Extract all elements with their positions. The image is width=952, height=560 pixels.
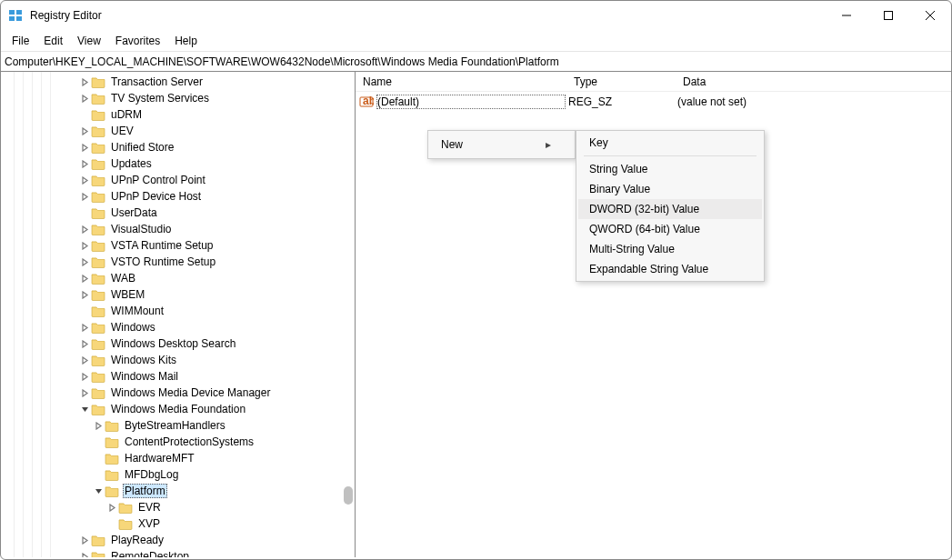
svg-rect-1 xyxy=(16,10,22,15)
tree-item[interactable]: ContentProtectionSystems xyxy=(5,434,355,450)
menu-view[interactable]: View xyxy=(70,33,108,49)
tree-item[interactable]: Windows xyxy=(5,319,355,335)
tree-item[interactable]: uDRM xyxy=(5,106,355,123)
menu-help[interactable]: Help xyxy=(167,33,205,49)
tree-item-label: Windows Kits xyxy=(109,354,178,366)
submenu-item[interactable]: Key xyxy=(578,133,762,153)
folder-icon xyxy=(91,141,105,154)
tree-item[interactable]: VSTA Runtime Setup xyxy=(5,237,355,254)
svg-rect-5 xyxy=(885,12,893,20)
maximize-button[interactable] xyxy=(867,1,909,30)
chevron-right-icon[interactable] xyxy=(78,321,91,334)
menu-favorites[interactable]: Favorites xyxy=(108,33,167,49)
chevron-right-icon[interactable] xyxy=(78,534,91,546)
values-pane[interactable]: Name Type Data ab (Default) REG_SZ (valu… xyxy=(356,72,951,557)
tree-item[interactable]: Updates xyxy=(5,155,355,172)
submenu-item[interactable]: Binary Value xyxy=(578,179,762,199)
minimize-button[interactable] xyxy=(826,1,867,30)
tree-item-label: Updates xyxy=(109,157,154,170)
tree-item[interactable]: Windows Kits xyxy=(5,352,355,368)
tree-item[interactable]: MFDbgLog xyxy=(5,466,355,483)
context-menu-new[interactable]: New ▸ xyxy=(430,133,573,156)
tree-item-label: uDRM xyxy=(109,108,144,121)
chevron-right-icon[interactable] xyxy=(78,370,91,383)
chevron-right-icon[interactable] xyxy=(78,92,91,105)
tree-item[interactable]: UPnP Device Host xyxy=(5,188,355,205)
tree-item[interactable]: WIMMount xyxy=(5,303,355,319)
menu-edit[interactable]: Edit xyxy=(36,33,70,49)
tree-item[interactable]: UserData xyxy=(5,205,355,221)
folder-icon xyxy=(91,272,105,285)
tree-item[interactable]: VSTO Runtime Setup xyxy=(5,254,355,270)
submenu-item-label: String Value xyxy=(589,163,647,175)
chevron-right-icon[interactable] xyxy=(78,223,91,235)
tree-item[interactable]: Unified Store xyxy=(5,139,355,155)
tree-item-label: WAB xyxy=(109,272,137,285)
tree-item[interactable]: EVR xyxy=(5,499,355,515)
tree-item[interactable]: XVP xyxy=(5,515,355,532)
tree-item[interactable]: UEV xyxy=(5,123,355,139)
chevron-right-icon[interactable] xyxy=(78,272,91,285)
chevron-right-icon[interactable] xyxy=(78,255,91,268)
folder-icon xyxy=(105,485,119,497)
tree-pane[interactable]: Transaction ServerTV System ServicesuDRM… xyxy=(1,72,356,557)
chevron-right-icon[interactable] xyxy=(78,174,91,186)
address-bar[interactable]: Computer\HKEY_LOCAL_MACHINE\SOFTWARE\WOW… xyxy=(1,52,951,72)
submenu-item[interactable]: Expandable String Value xyxy=(578,259,762,279)
chevron-right-icon[interactable] xyxy=(78,75,91,88)
tree-item-label: Windows Media Device Manager xyxy=(109,386,272,399)
chevron-down-icon[interactable] xyxy=(78,403,91,415)
chevron-right-icon[interactable] xyxy=(78,239,91,252)
column-type[interactable]: Type xyxy=(566,75,676,88)
window-title: Registry Editor xyxy=(30,9,826,22)
tree-item[interactable]: Windows Desktop Search xyxy=(5,335,355,352)
chevron-right-icon[interactable] xyxy=(78,386,91,399)
value-row-default[interactable]: ab (Default) REG_SZ (value not set) xyxy=(356,92,951,112)
tree-item[interactable]: WBEM xyxy=(5,286,355,303)
chevron-right-icon[interactable] xyxy=(78,288,91,301)
tree-item[interactable]: Windows Mail xyxy=(5,368,355,385)
svg-rect-3 xyxy=(16,16,22,21)
submenu-item[interactable]: String Value xyxy=(578,159,762,179)
submenu-item[interactable]: DWORD (32-bit) Value xyxy=(578,199,762,219)
tree-item[interactable]: TV System Services xyxy=(5,90,355,106)
tree-item[interactable]: RemoteDesktop xyxy=(5,548,355,557)
chevron-right-icon[interactable] xyxy=(78,550,91,557)
chevron-right-icon[interactable] xyxy=(105,501,118,514)
folder-icon xyxy=(91,190,105,203)
chevron-right-icon[interactable] xyxy=(92,419,105,432)
context-submenu-new: KeyString ValueBinary ValueDWORD (32-bit… xyxy=(576,130,765,282)
chevron-right-icon[interactable] xyxy=(78,337,91,350)
tree-item[interactable]: UPnP Control Point xyxy=(5,172,355,188)
folder-icon xyxy=(105,435,119,448)
tree-item-label: HardwareMFT xyxy=(123,452,196,465)
column-name[interactable]: Name xyxy=(356,75,566,88)
menu-file[interactable]: File xyxy=(5,33,36,49)
chevron-right-icon[interactable] xyxy=(78,354,91,366)
chevron-right-icon[interactable] xyxy=(78,190,91,203)
column-data[interactable]: Data xyxy=(676,75,951,88)
tree-item[interactable]: ByteStreamHandlers xyxy=(5,417,355,434)
tree-scrollbar-thumb[interactable] xyxy=(344,486,353,505)
tree-item[interactable]: Transaction Server xyxy=(5,74,355,90)
chevron-right-icon[interactable] xyxy=(78,157,91,170)
tree-item[interactable]: Windows Media Device Manager xyxy=(5,385,355,401)
value-name: (Default) xyxy=(377,95,565,108)
close-button[interactable] xyxy=(909,1,951,30)
tree-item-label: UPnP Device Host xyxy=(109,190,203,203)
submenu-item[interactable]: QWORD (64-bit) Value xyxy=(578,219,762,239)
tree-item[interactable]: VisualStudio xyxy=(5,221,355,237)
svg-rect-2 xyxy=(9,16,15,21)
chevron-right-icon[interactable] xyxy=(78,141,91,154)
svg-rect-0 xyxy=(9,10,15,15)
tree-item[interactable]: WAB xyxy=(5,270,355,286)
chevron-down-icon[interactable] xyxy=(92,485,105,497)
folder-icon xyxy=(91,174,105,186)
tree-item[interactable]: Platform xyxy=(5,483,355,499)
tree-item-label: PlayReady xyxy=(109,534,165,546)
tree-item[interactable]: PlayReady xyxy=(5,532,355,548)
tree-item[interactable]: HardwareMFT xyxy=(5,450,355,466)
chevron-right-icon[interactable] xyxy=(78,125,91,137)
submenu-item[interactable]: Multi-String Value xyxy=(578,239,762,259)
tree-item[interactable]: Windows Media Foundation xyxy=(5,401,355,417)
